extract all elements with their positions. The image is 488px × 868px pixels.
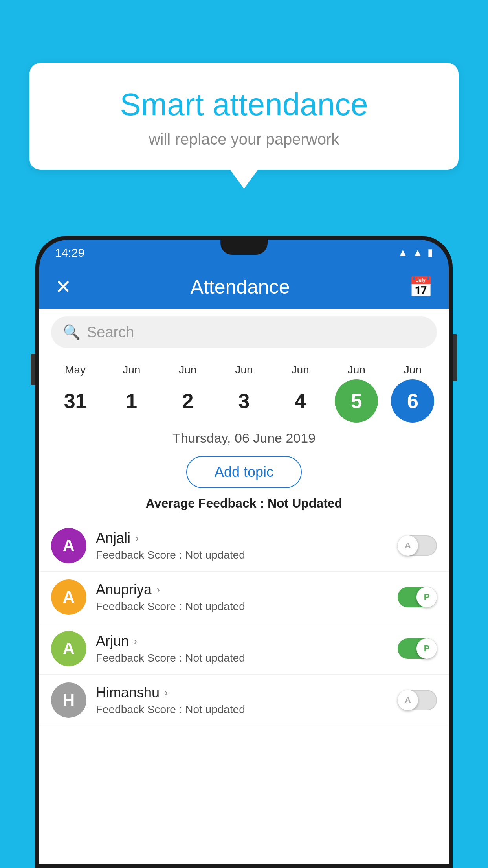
battery-icon: ▮ [427,246,433,259]
chevron-icon-anjali: › [135,532,139,544]
student-score-anupriya: Feedback Score : Not updated [96,600,388,613]
chevron-icon-anupriya: › [156,583,160,596]
calendar-day-6[interactable]: Jun 6 [391,364,434,423]
phone-frame: 14:29 ▲ ▲ ▮ ✕ Attendance 📅 🔍 Search [35,236,453,868]
date-number-1: 1 [110,379,153,423]
student-score-arjun: Feedback Score : Not updated [96,652,388,664]
phone-volume-button [31,354,35,385]
student-name-anupriya: Anupriya › [96,581,388,598]
student-info-himanshu: Himanshu › Feedback Score : Not updated [96,684,388,716]
toggle-knob-anupriya: P [416,587,437,607]
student-list: A Anjali › Feedback Score : Not updated … [39,520,449,726]
date-number-2: 2 [166,379,209,423]
close-button[interactable]: ✕ [55,276,72,298]
toggle-himanshu[interactable]: A [398,690,437,710]
toggle-arjun[interactable]: P [398,638,437,659]
student-row-anjali[interactable]: A Anjali › Feedback Score : Not updated … [39,520,449,572]
speech-bubble-title: Smart attendance [49,86,439,123]
calendar-day-5[interactable]: Jun 5 [335,364,378,423]
student-info-anupriya: Anupriya › Feedback Score : Not updated [96,581,388,613]
date-number-0: 31 [54,379,97,423]
month-label-4: Jun [292,364,309,376]
date-number-5: 5 [335,379,378,423]
student-row-arjun[interactable]: A Arjun › Feedback Score : Not updated P [39,623,449,675]
student-score-anjali: Feedback Score : Not updated [96,549,388,561]
app-content: 🔍 Search May 31 Jun 1 Jun 2 [39,309,449,864]
calendar-day-2[interactable]: Jun 2 [166,364,209,423]
search-icon: 🔍 [63,324,81,340]
add-topic-container: Add topic [39,452,449,496]
add-topic-button[interactable]: Add topic [186,456,302,488]
month-label-3: Jun [235,364,253,376]
student-info-anjali: Anjali › Feedback Score : Not updated [96,530,388,561]
student-row-himanshu[interactable]: H Himanshu › Feedback Score : Not update… [39,675,449,726]
search-container: 🔍 Search [39,309,449,356]
status-time: 14:29 [55,246,84,259]
avatar-anupriya: A [51,579,86,615]
toggle-knob-anjali: A [398,535,418,556]
calendar-day-4[interactable]: Jun 4 [279,364,322,423]
signal-icon: ▲ [413,246,423,259]
toggle-anupriya[interactable]: P [398,587,437,607]
selected-date-label: Thursday, 06 June 2019 [39,427,449,452]
month-label-6: Jun [404,364,422,376]
search-placeholder: Search [87,324,134,341]
avatar-anjali: A [51,528,86,563]
student-score-himanshu: Feedback Score : Not updated [96,703,388,716]
toggle-knob-arjun: P [416,638,437,659]
status-icons: ▲ ▲ ▮ [398,246,433,259]
student-name-anjali: Anjali › [96,530,388,546]
avatar-arjun: A [51,631,86,666]
avg-feedback-value: Not Updated [268,496,342,510]
month-label-5: Jun [348,364,365,376]
speech-bubble-subtitle: will replace your paperwork [49,131,439,148]
calendar-icon[interactable]: 📅 [409,276,433,298]
notch [220,240,268,255]
chevron-icon-arjun: › [134,635,137,647]
calendar-day-1[interactable]: Jun 1 [110,364,153,423]
month-label-1: Jun [123,364,140,376]
month-label-2: Jun [179,364,196,376]
phone-power-button [453,334,457,381]
wifi-icon: ▲ [398,246,408,259]
status-bar: 14:29 ▲ ▲ ▮ [39,240,449,265]
app-bar-title: Attendance [191,276,290,298]
calendar-day-3[interactable]: Jun 3 [222,364,266,423]
student-name-himanshu: Himanshu › [96,684,388,701]
date-number-6: 6 [391,379,434,423]
student-info-arjun: Arjun › Feedback Score : Not updated [96,633,388,664]
month-label-0: May [65,364,86,376]
avg-feedback-label: Average Feedback : [146,496,268,510]
phone-screen: 14:29 ▲ ▲ ▮ ✕ Attendance 📅 🔍 Search [39,240,449,864]
calendar-strip: May 31 Jun 1 Jun 2 Jun 3 Jun 4 [39,356,449,427]
speech-bubble: Smart attendance will replace your paper… [29,63,459,170]
date-number-4: 4 [279,379,322,423]
avatar-himanshu: H [51,682,86,718]
avg-feedback: Average Feedback : Not Updated [39,496,449,520]
toggle-anjali[interactable]: A [398,535,437,556]
date-number-3: 3 [222,379,266,423]
speech-bubble-container: Smart attendance will replace your paper… [29,63,459,170]
student-name-arjun: Arjun › [96,633,388,649]
calendar-day-0[interactable]: May 31 [54,364,97,423]
toggle-knob-himanshu: A [398,690,418,710]
student-row-anupriya[interactable]: A Anupriya › Feedback Score : Not update… [39,572,449,623]
search-bar[interactable]: 🔍 Search [51,316,437,348]
chevron-icon-himanshu: › [164,686,168,699]
app-bar: ✕ Attendance 📅 [39,265,449,309]
